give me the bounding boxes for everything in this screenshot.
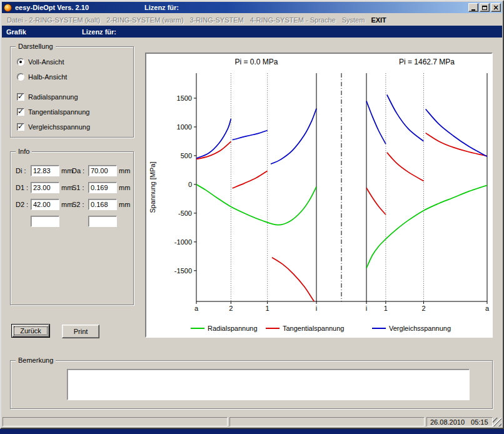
field-value-s1: 0.169	[88, 182, 117, 193]
series-Tangentialspannung	[387, 153, 424, 181]
menu-item-4ring-sprache: 4-RING-SYSTEM - Sprache	[247, 15, 339, 25]
menubar: Datei - 2-RING-SYSTEM (kalt) 2-RING-SYST…	[2, 14, 502, 26]
field-label-di: Di :	[16, 167, 31, 174]
app-icon	[4, 4, 12, 12]
field-label-s2: S2 :	[72, 201, 88, 208]
checkbox-tangentialspannung-label: Tangentialspannung	[28, 108, 89, 116]
window-controls: ×	[467, 3, 501, 12]
titlebar-license-label: Lizenz für:	[144, 4, 179, 11]
field-unit-s1: mm	[117, 184, 128, 191]
y-tick-label: 1000	[177, 123, 192, 131]
view-title: Grafik	[6, 28, 26, 36]
view-header: Grafik Lizenz für:	[2, 26, 502, 38]
field-value-di: 12.83	[31, 165, 59, 176]
back-button[interactable]: Zurück	[11, 324, 50, 338]
panel-title: Pi = 1462.7 MPa	[399, 58, 455, 66]
x-tick-label: i	[366, 305, 367, 312]
series-Vergleichsspannung	[426, 109, 487, 157]
field-label-d1: D1 :	[16, 184, 31, 191]
radio-halb-ansicht[interactable]: Halb-Ansicht	[17, 69, 90, 84]
legend-item-vergleichsspannung: Vergleichsspannung	[372, 325, 451, 332]
chart-legend: Radialspannung Tangentialspannung Vergle…	[146, 323, 491, 335]
statusbar-date: 26.08.2010	[430, 418, 465, 426]
legend-label-vergleichsspannung: Vergleichsspannung	[389, 325, 451, 332]
panel-title: Pi = 0.0 MPa	[234, 58, 278, 66]
field-unit-s2: mm	[117, 201, 128, 208]
menu-item-exit[interactable]: EXIT	[368, 15, 389, 25]
y-tick-label: 500	[181, 152, 192, 159]
bemerkung-groupbox: Bemerkung	[10, 360, 493, 409]
header-license-label: Lizenz für:	[82, 28, 116, 36]
app-window: eesy-DieOpt Vers. 2.10 Lizenz für: × Dat…	[0, 0, 504, 429]
menu-item-datei-2ring-kalt: Datei - 2-RING-SYSTEM (kalt)	[4, 15, 103, 25]
series-Tangentialspannung	[366, 188, 386, 214]
radio-voll-ansicht[interactable]: Voll-Ansicht	[17, 54, 90, 69]
menu-item-2ring-warm: 2-RING-SYSTEM (warm)	[103, 15, 186, 25]
x-tick-label: 1	[384, 305, 388, 312]
chart-panel: a21iPi = 0.0 MPai12aPi = 1462.7 MPa15001…	[145, 53, 493, 338]
series-Tangentialspannung	[233, 171, 268, 188]
print-button-label: Print	[74, 328, 88, 335]
menu-item-3ring: 3-RING-SYSTEM	[187, 15, 247, 25]
statusbar-section-datetime: 26.08.2010 05:15	[426, 417, 493, 426]
taskbar-strip	[0, 429, 504, 434]
checkbox-icon: ✓	[17, 108, 24, 116]
minimize-button[interactable]	[468, 3, 478, 12]
bemerkung-textarea[interactable]	[67, 369, 470, 400]
y-tick-label: -1500	[174, 267, 192, 275]
y-tick-label: -1000	[174, 238, 192, 246]
checkbox-tangentialspannung[interactable]: ✓ Tangentialspannung	[17, 104, 90, 119]
field-unit-d1: mm	[59, 184, 72, 191]
x-tick-label: i	[316, 305, 317, 312]
series-Radialspannung	[196, 184, 316, 225]
field-value-da: 70.00	[88, 165, 117, 176]
y-tick-label: -500	[178, 209, 192, 217]
print-button[interactable]: Print	[62, 325, 99, 338]
legend-item-radialspannung: Radialspannung	[191, 325, 258, 332]
legend-label-tangentialspannung: Tangentialspannung	[283, 325, 344, 332]
field-value-d2: 42.00	[31, 199, 59, 210]
field-unit-di: mm	[59, 167, 72, 174]
field-label-da: Da :	[72, 167, 88, 174]
info-legend: Info	[16, 148, 32, 156]
checkbox-radialspannung-label: Radialspannung	[28, 93, 78, 101]
y-tick-label: 0	[188, 181, 192, 188]
legend-line-vergleichsspannung	[372, 328, 386, 329]
field-unit-d2: mm	[59, 201, 72, 208]
series-Vergleichsspannung	[271, 109, 316, 164]
checkbox-vergleichsspannung-label: Vergleichsspannung	[28, 123, 90, 131]
y-tick-label: 1500	[177, 94, 192, 102]
series-Radialspannung	[366, 185, 487, 268]
radio-button-icon	[17, 73, 24, 81]
maximize-button[interactable]	[480, 3, 490, 12]
field-unit-da: mm	[117, 167, 128, 174]
darstellung-groupbox: Darstellung Voll-Ansicht Halb-Ansicht ✓ …	[10, 46, 134, 138]
bemerkung-legend: Bemerkung	[16, 356, 56, 365]
x-tick-label: a	[194, 305, 199, 312]
stress-chart-svg: a21iPi = 0.0 MPai12aPi = 1462.7 MPa15001…	[146, 54, 491, 323]
stress-chart: a21iPi = 0.0 MPai12aPi = 1462.7 MPa15001…	[146, 54, 491, 323]
info-extra-field-left	[31, 216, 59, 227]
resize-grip-icon[interactable]	[493, 418, 501, 426]
close-button[interactable]: ×	[491, 3, 501, 12]
minimize-icon	[471, 9, 475, 11]
checkbox-vergleichsspannung[interactable]: ✓ Vergleichsspannung	[17, 119, 90, 134]
y-axis-label: Spannung [MPa]	[149, 162, 156, 213]
x-tick-label: 2	[421, 305, 425, 312]
info-grid: Di : 12.83 mm Da : 70.00 mm D1 : 23.00 m…	[16, 162, 128, 230]
maximize-icon	[482, 6, 487, 10]
series-Vergleichsspannung	[196, 119, 231, 158]
field-value-d1: 23.00	[31, 182, 59, 193]
field-label-d2: D2 :	[16, 201, 31, 208]
checkbox-radialspannung[interactable]: ✓ Radialspannung	[17, 89, 90, 104]
field-value-s2: 0.168	[88, 199, 117, 210]
statusbar: 26.08.2010 05:15	[2, 416, 502, 427]
legend-line-radialspannung	[191, 328, 204, 329]
x-tick-label: 1	[266, 305, 270, 312]
titlebar[interactable]: eesy-DieOpt Vers. 2.10 Lizenz für: ×	[2, 2, 502, 13]
field-label-s1: S1 :	[72, 184, 88, 191]
statusbar-time: 05:15	[471, 418, 488, 426]
radio-button-icon	[17, 58, 24, 66]
legend-item-tangentialspannung: Tangentialspannung	[266, 325, 344, 332]
darstellung-legend: Darstellung	[16, 43, 56, 51]
